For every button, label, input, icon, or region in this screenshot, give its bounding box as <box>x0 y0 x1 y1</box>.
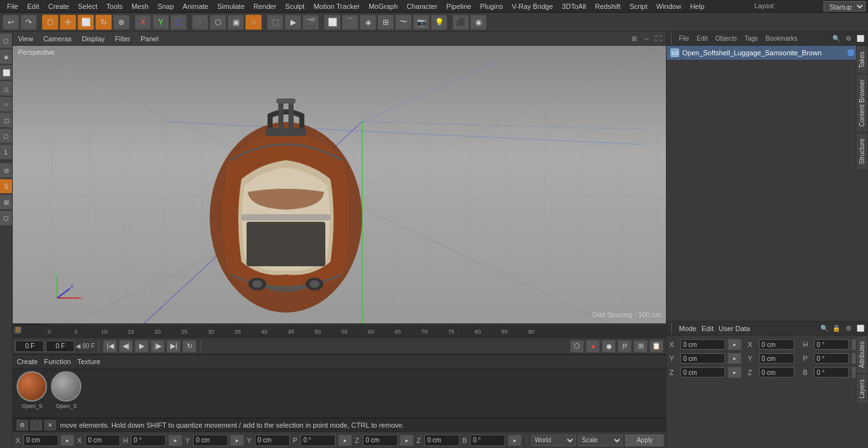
menu-help[interactable]: Help <box>686 1 709 11</box>
coord-arrow-2[interactable]: ▸ <box>168 435 182 446</box>
tab-takes[interactable]: Takes <box>856 46 868 74</box>
redo-button[interactable]: ↷ <box>20 15 37 30</box>
tab-structure[interactable]: Structure <box>856 133 868 170</box>
loop-button[interactable]: ↻ <box>182 340 196 353</box>
spline-button[interactable]: ⌒ <box>342 15 358 30</box>
coord-x-input[interactable] <box>24 435 58 446</box>
obj-menu-bookmarks[interactable]: Bookmarks <box>763 34 800 43</box>
coord-h-input[interactable] <box>131 435 166 446</box>
menu-select[interactable]: Select <box>74 1 102 11</box>
vp-menu-display[interactable]: Display <box>79 34 107 44</box>
material-item-1[interactable]: Open_S <box>17 371 47 415</box>
grid-key-btn[interactable]: ⊞ <box>634 340 648 353</box>
coord-y-input[interactable] <box>193 435 228 446</box>
object-list-item[interactable]: LO Open_Softshell_Luggage_Samsonite_Brow… <box>667 46 868 60</box>
obj-menu-tags[interactable]: Tags <box>742 34 761 43</box>
start-frame-input[interactable] <box>15 341 44 352</box>
status-icon-1[interactable]: ⚙ <box>17 420 28 430</box>
attr-y-arrow[interactable]: ▸ <box>728 353 742 364</box>
attr-z-position[interactable] <box>681 367 725 377</box>
sidebar-btn-10[interactable]: S <box>0 179 13 194</box>
undo-button[interactable]: ↩ <box>3 15 19 30</box>
mat-menu-function[interactable]: Function <box>44 358 71 365</box>
sidebar-btn-6[interactable]: ◻ <box>0 112 13 128</box>
obj-config-icon[interactable]: ⚙ <box>843 34 853 44</box>
sidebar-btn-7[interactable]: ⬡ <box>0 128 13 144</box>
menu-pipeline[interactable]: Pipeline <box>442 1 475 11</box>
vp-icon-3[interactable]: ⛶ <box>653 34 663 44</box>
sidebar-btn-9[interactable]: ⊘ <box>0 163 13 178</box>
attr-menu-edit[interactable]: Edit <box>702 325 714 332</box>
polygons-button[interactable]: ▣ <box>227 15 244 30</box>
menu-snap[interactable]: Snap <box>153 1 179 11</box>
coord-z-input[interactable] <box>363 435 398 446</box>
auto-key-btn[interactable]: ⏺ <box>602 340 616 353</box>
coord-z-arrow[interactable]: ▸ <box>400 435 414 446</box>
coord-b-input[interactable] <box>470 435 505 446</box>
attr-menu-mode[interactable]: Mode <box>679 325 696 332</box>
menu-motion-tracker[interactable]: Motion Tracker <box>309 1 364 11</box>
array-button[interactable]: ⊞ <box>377 15 394 30</box>
menu-script[interactable]: Script <box>625 1 652 11</box>
scene-button[interactable]: ◉ <box>470 15 487 30</box>
scale-tool-button[interactable]: ⬜ <box>78 15 94 30</box>
menu-file[interactable]: File <box>3 1 23 11</box>
menu-edit[interactable]: Edit <box>23 1 44 11</box>
world-selector[interactable]: World <box>531 435 576 446</box>
material-item-2[interactable]: Open_S <box>51 371 81 415</box>
sidebar-btn-5[interactable]: ○ <box>0 97 13 112</box>
sidebar-btn-12[interactable]: ⬡ <box>0 210 13 226</box>
menu-window[interactable]: Window <box>652 1 686 11</box>
scale-selector[interactable]: Scale <box>578 435 623 446</box>
tab-layers[interactable]: Layers <box>856 374 868 404</box>
coord-z2-input[interactable] <box>424 435 459 446</box>
cube-button[interactable]: ⬜ <box>324 15 341 30</box>
attr-lock-icon[interactable]: 🔒 <box>831 323 841 334</box>
render-view-button[interactable]: ▶ <box>285 15 301 30</box>
move-tool-button[interactable]: ✛ <box>60 15 76 30</box>
menu-character[interactable]: Character <box>402 1 442 11</box>
sidebar-btn-3[interactable]: ⬜ <box>0 65 13 80</box>
viewport-3d[interactable]: Perspective <box>13 46 666 323</box>
coord-y2-input[interactable] <box>255 435 290 446</box>
vp-icon-2[interactable]: ↔ <box>641 34 651 44</box>
attr-config-icon[interactable]: ⚙ <box>843 323 853 334</box>
attr-x-position[interactable] <box>681 339 725 350</box>
coord-arrow-3[interactable]: ▸ <box>338 435 352 446</box>
y-axis-button[interactable]: Y <box>153 15 169 30</box>
apply-button[interactable]: Apply <box>625 435 663 446</box>
obj-expand-icon[interactable]: ⬜ <box>855 34 865 44</box>
sidebar-btn-8[interactable]: L <box>0 144 13 160</box>
menu-3dtoall[interactable]: 3DToAll <box>557 1 590 11</box>
menu-tools[interactable]: Tools <box>102 1 127 11</box>
attr-y2-position[interactable] <box>759 353 794 363</box>
tab-content-browser[interactable]: Content Browser <box>856 74 868 132</box>
rotate-tool-button[interactable]: ↻ <box>95 15 112 30</box>
attr-b-rotation[interactable] <box>814 367 849 377</box>
mat-menu-create[interactable]: Create <box>17 358 37 365</box>
attr-y-position[interactable] <box>681 353 725 363</box>
deformer-button[interactable]: 〜 <box>395 15 412 30</box>
obj-search-icon[interactable]: 🔍 <box>831 34 841 44</box>
attr-z-arrow[interactable]: ▸ <box>728 367 742 378</box>
x-axis-button[interactable]: X <box>135 15 151 30</box>
play-button[interactable]: ▶ <box>135 340 149 353</box>
obj-menu-file[interactable]: File <box>676 34 691 43</box>
obj-menu-edit[interactable]: Edit <box>695 34 710 43</box>
attr-search-icon[interactable]: 🔍 <box>819 323 829 334</box>
editor-btn[interactable]: 📋 <box>649 340 663 353</box>
goto-start-button[interactable]: |◀ <box>103 340 117 353</box>
nurbs-button[interactable]: ◈ <box>360 15 376 30</box>
motion-key-btn[interactable]: P <box>618 340 632 353</box>
menu-animate[interactable]: Animate <box>179 1 213 11</box>
object-mode-button[interactable]: ○ <box>245 15 262 30</box>
menu-plugins[interactable]: Plugins <box>475 1 507 11</box>
menu-sculpt[interactable]: Sculpt <box>281 1 309 11</box>
sidebar-btn-4[interactable]: △ <box>0 81 13 96</box>
attr-x-arrow[interactable]: ▸ <box>728 339 742 350</box>
coord-y-arrow[interactable]: ▸ <box>230 435 244 446</box>
object-visibility-dot[interactable] <box>848 50 854 56</box>
camera-button[interactable]: 📷 <box>413 15 430 30</box>
current-frame-display[interactable] <box>46 341 74 352</box>
attr-expand-icon[interactable]: ⬜ <box>855 323 865 334</box>
